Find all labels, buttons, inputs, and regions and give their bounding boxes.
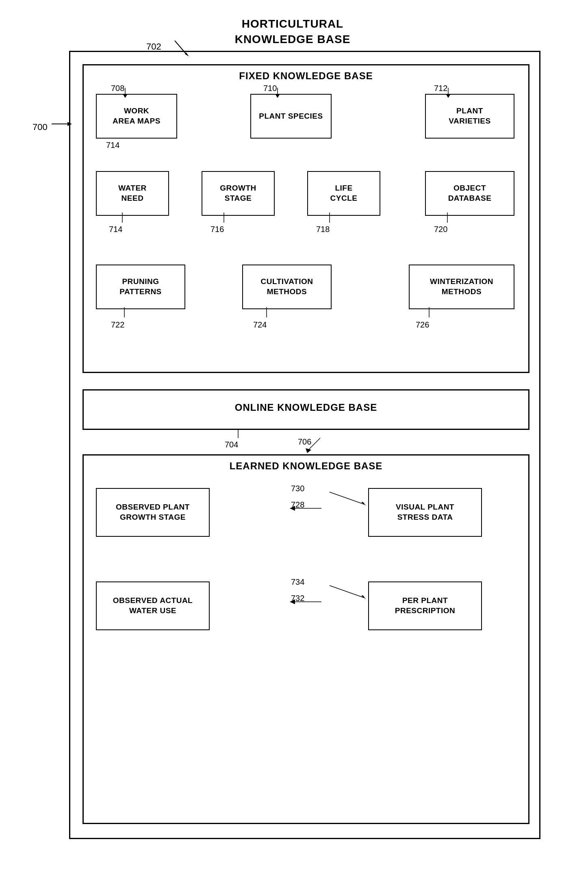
- arrow-ref-720: [439, 213, 456, 227]
- item-734: PER PLANTPRESCRIPTION: [368, 581, 482, 630]
- arrow-ref-706: [296, 436, 328, 456]
- main-title: HORTICULTURALKNOWLEDGE BASE: [33, 16, 553, 47]
- item-720: OBJECTDATABASE: [425, 171, 514, 216]
- svg-marker-5: [123, 94, 128, 98]
- svg-marker-35: [290, 599, 295, 604]
- arrow-ref-718: [321, 213, 338, 227]
- arrow-ref-714: [114, 213, 130, 227]
- arrow-ref-724: [258, 307, 275, 321]
- fixed-kb-title: FIXED KNOWLEDGE BASE: [84, 65, 528, 86]
- item-716: GROWTHSTAGE: [202, 171, 275, 216]
- item-730: VISUAL PLANTSTRESS DATA: [368, 488, 482, 537]
- arrow-ref-716: [216, 213, 232, 227]
- online-kb-title: ONLINE KNOWLEDGE BASE: [84, 390, 528, 417]
- svg-marker-27: [306, 448, 311, 453]
- item-722: PRUNINGPATTERNS: [96, 265, 185, 309]
- item-710: PLANT SPECIES: [250, 94, 332, 139]
- ref-num-722-label: 722: [111, 320, 124, 330]
- arrow-ref-732: [289, 596, 362, 612]
- svg-marker-31: [290, 506, 295, 511]
- svg-line-26: [308, 438, 320, 450]
- arrow-ref-704: [230, 429, 246, 442]
- arrow-ref-726: [421, 307, 437, 321]
- item-724: CULTIVATIONMETHODS: [242, 265, 332, 309]
- learned-kb-title: LEARNED KNOWLEDGE BASE: [84, 456, 528, 476]
- fixed-kb-box: FIXED KNOWLEDGE BASE WORKAREA MAPS 714 P…: [82, 64, 529, 373]
- item-712: PLANTVARIETIES: [425, 94, 514, 139]
- ref-708: 714: [106, 141, 119, 150]
- item-726: WINTERIZATIONMETHODS: [409, 265, 514, 309]
- item-718: LIFECYCLE: [307, 171, 380, 216]
- arrow-ref-728: [289, 502, 362, 518]
- svg-marker-7: [275, 94, 280, 98]
- ref-700: 700: [33, 122, 48, 132]
- outer-box-700: FIXED KNOWLEDGE BASE WORKAREA MAPS 714 P…: [69, 51, 540, 839]
- item-728: OBSERVED PLANTGROWTH STAGE: [96, 488, 210, 537]
- arrow-ref-710: [269, 88, 286, 100]
- item-708: WORKAREA MAPS: [96, 94, 177, 139]
- svg-marker-9: [446, 94, 451, 98]
- arrow-ref-712: [440, 88, 456, 100]
- ref-num-724-label: 724: [253, 320, 267, 330]
- item-714: WATERNEED: [96, 171, 169, 216]
- arrow-ref-722: [116, 307, 132, 321]
- diagram-container: HORTICULTURALKNOWLEDGE BASE 702 700 FIXE…: [33, 16, 553, 853]
- ref-num-726-label: 726: [416, 320, 429, 330]
- online-kb-box: ONLINE KNOWLEDGE BASE: [82, 389, 529, 430]
- item-732: OBSERVED ACTUALWATER USE: [96, 581, 210, 630]
- arrow-ref-708: [117, 88, 133, 100]
- learned-kb-box: LEARNED KNOWLEDGE BASE OBSERVED PLANTGRO…: [82, 454, 529, 824]
